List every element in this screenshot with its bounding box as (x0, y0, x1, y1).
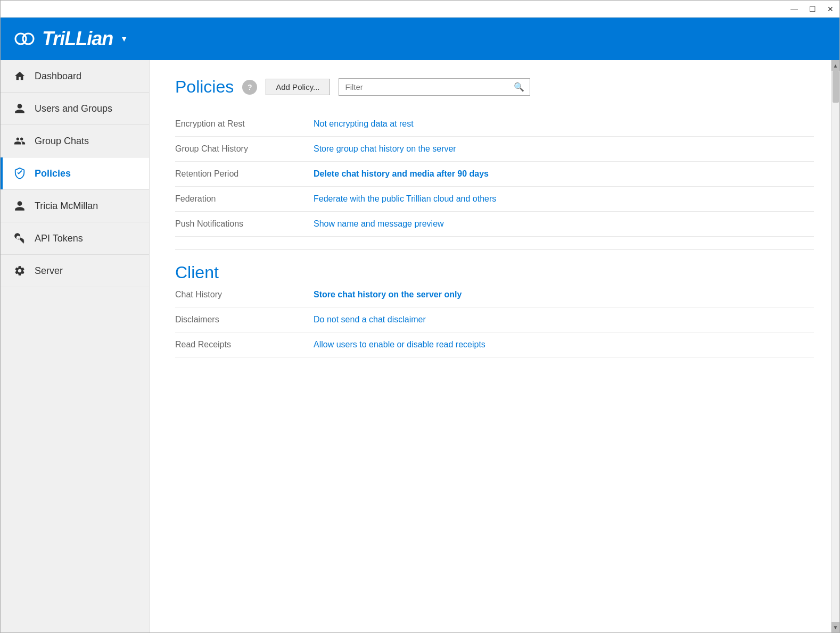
logo: TriLLian ▼ (13, 28, 127, 50)
sidebar-label-group-chats: Group Chats (35, 136, 89, 147)
policies-header: Policies ? Add Policy... 🔍 (175, 77, 814, 97)
title-bar: — ☐ ✕ (1, 1, 839, 18)
sidebar-item-api-tokens[interactable]: API Tokens (1, 222, 149, 255)
policy-value-push-notifications[interactable]: Show name and message preview (314, 219, 444, 229)
scrollbar[interactable]: ▲ ▼ (831, 60, 839, 632)
client-value-disclaimers[interactable]: Do not send a chat disclaimer (314, 315, 426, 324)
shield-icon (13, 167, 26, 180)
key-icon (13, 232, 26, 245)
person-icon (13, 199, 26, 212)
client-label-disclaimers: Disclaimers (175, 315, 314, 324)
policy-value-retention[interactable]: Delete chat history and media after 90 d… (314, 169, 489, 179)
close-button[interactable]: ✕ (826, 4, 835, 14)
add-policy-button[interactable]: Add Policy... (266, 79, 330, 95)
sidebar-label-policies: Policies (35, 168, 71, 179)
policy-label-federation: Federation (175, 194, 314, 204)
policy-row-push-notifications: Push Notifications Show name and message… (175, 212, 814, 237)
filter-input[interactable] (339, 79, 508, 95)
policy-label-retention: Retention Period (175, 169, 314, 179)
logo-dropdown-icon[interactable]: ▼ (120, 35, 127, 43)
policy-row-group-chat-history: Group Chat History Store group chat hist… (175, 137, 814, 162)
scrollbar-thumb[interactable] (833, 71, 839, 103)
client-row-read-receipts: Read Receipts Allow users to enable or d… (175, 332, 814, 357)
policy-value-encryption[interactable]: Not encrypting data at rest (314, 119, 414, 129)
content-area: Policies ? Add Policy... 🔍 Encryption at… (150, 60, 839, 632)
filter-container: 🔍 (339, 78, 530, 96)
policy-label-encryption: Encryption at Rest (175, 119, 314, 129)
policy-row-encryption: Encryption at Rest Not encrypting data a… (175, 112, 814, 137)
policy-label-push-notifications: Push Notifications (175, 219, 314, 229)
section-divider (175, 249, 814, 250)
sidebar-label-api-tokens: API Tokens (35, 233, 83, 244)
scroll-down-button[interactable]: ▼ (831, 622, 840, 632)
scroll-up-button[interactable]: ▲ (831, 60, 840, 71)
sidebar-label-tricia: Tricia McMillan (35, 201, 98, 212)
sidebar-label-dashboard: Dashboard (35, 71, 81, 82)
minimize-button[interactable]: — (789, 4, 799, 14)
client-section: Client Chat History Store chat history o… (175, 263, 814, 357)
client-label-read-receipts: Read Receipts (175, 340, 314, 349)
group-chat-icon (13, 135, 26, 147)
logo-text: TriLLian (42, 28, 113, 50)
gear-icon (13, 264, 26, 277)
policy-row-federation: Federation Federate with the public Tril… (175, 187, 814, 212)
sidebar-item-users-groups[interactable]: Users and Groups (1, 93, 149, 125)
policy-label-group-chat-history: Group Chat History (175, 144, 314, 154)
client-row-disclaimers: Disclaimers Do not send a chat disclaime… (175, 307, 814, 332)
policy-value-group-chat-history[interactable]: Store group chat history on the server (314, 144, 456, 154)
client-value-chat-history[interactable]: Store chat history on the server only (314, 290, 462, 299)
sidebar-label-users-groups: Users and Groups (35, 103, 112, 114)
client-label-chat-history: Chat History (175, 290, 314, 299)
svg-point-1 (23, 34, 34, 44)
client-row-chat-history: Chat History Store chat history on the s… (175, 282, 814, 307)
sidebar-label-server: Server (35, 265, 63, 277)
policy-value-federation[interactable]: Federate with the public Trillian cloud … (314, 194, 496, 204)
sidebar-item-group-chats[interactable]: Group Chats (1, 125, 149, 157)
policies-title: Policies (175, 77, 234, 97)
home-icon (13, 70, 26, 82)
search-icon: 🔍 (508, 79, 530, 95)
logo-icon (13, 28, 36, 50)
content-inner: Policies ? Add Policy... 🔍 Encryption at… (150, 60, 839, 632)
sidebar-item-tricia[interactable]: Tricia McMillan (1, 190, 149, 222)
client-value-read-receipts[interactable]: Allow users to enable or disable read re… (314, 340, 485, 349)
maximize-button[interactable]: ☐ (808, 4, 817, 14)
client-title: Client (175, 263, 814, 282)
sidebar-item-policies[interactable]: Policies (1, 157, 149, 190)
client-list: Chat History Store chat history on the s… (175, 282, 814, 357)
main-layout: Dashboard Users and Groups Group Chats (1, 60, 839, 632)
policies-list: Encryption at Rest Not encrypting data a… (175, 112, 814, 237)
users-icon (13, 102, 26, 115)
sidebar: Dashboard Users and Groups Group Chats (1, 60, 150, 632)
scrollbar-track[interactable] (831, 71, 840, 622)
sidebar-item-dashboard[interactable]: Dashboard (1, 60, 149, 93)
help-button[interactable]: ? (242, 80, 257, 95)
sidebar-item-server[interactable]: Server (1, 255, 149, 287)
policy-row-retention: Retention Period Delete chat history and… (175, 162, 814, 187)
app-header: TriLLian ▼ (1, 18, 839, 60)
